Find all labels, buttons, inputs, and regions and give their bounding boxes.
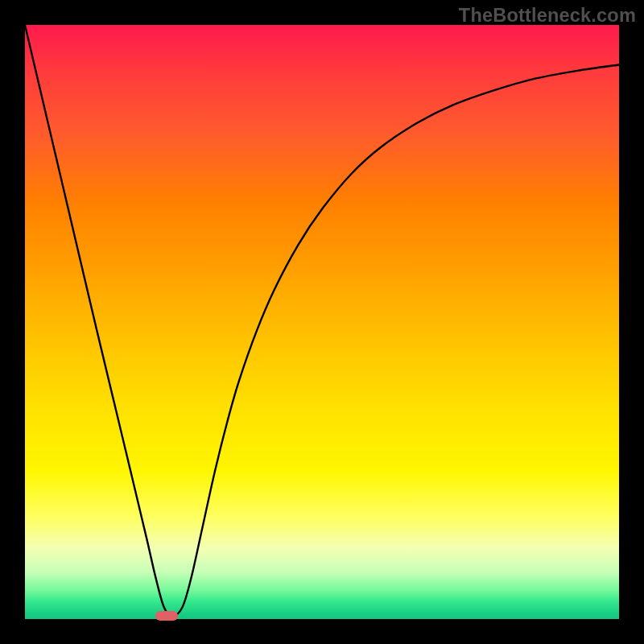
- chart-frame: TheBottleneck.com: [0, 0, 644, 644]
- watermark-text: TheBottleneck.com: [459, 5, 636, 27]
- minimum-marker: [155, 611, 178, 621]
- bottleneck-curve: [25, 25, 619, 619]
- plot-area: [25, 25, 619, 619]
